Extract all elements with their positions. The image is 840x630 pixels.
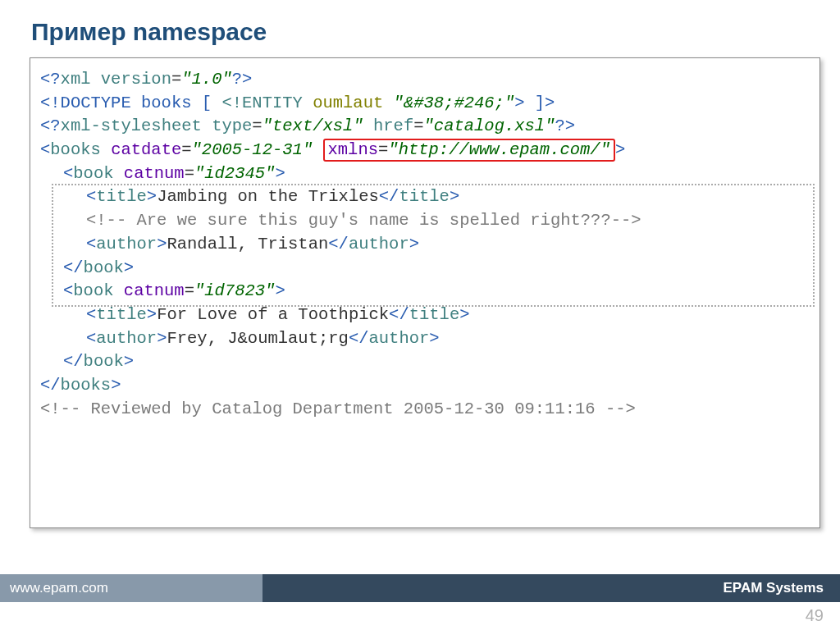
doctype-close: ]> <box>525 94 555 112</box>
xmlns-highlight-box: xmlns="http://www.epam.com/" <box>323 139 615 162</box>
lt: < <box>86 329 96 348</box>
attr-name: catnum <box>114 164 185 183</box>
gt: > <box>459 305 469 324</box>
gt: > <box>429 329 439 348</box>
attr-value: "id7823" <box>194 281 275 300</box>
lt-slash: </ <box>328 235 349 253</box>
tag: title <box>409 305 460 324</box>
lt-slash: </ <box>40 376 61 395</box>
footer-bar: www.epam.com EPAM Systems <box>0 574 840 602</box>
xml-pi-open: <? <box>40 70 61 89</box>
code-line: <title>Jambing on the Trixles</title> <box>40 185 810 209</box>
equals: = <box>413 116 423 135</box>
gt: > <box>124 258 134 277</box>
lt-slash: </ <box>349 329 369 348</box>
lt: < <box>86 305 96 324</box>
gt: > <box>157 329 167 348</box>
slide-title: Пример namespace <box>0 0 840 57</box>
equals: = <box>252 116 262 135</box>
pi-target: xml-stylesheet type <box>61 116 253 135</box>
attr-name: catdate <box>101 140 181 159</box>
tag: title <box>96 187 147 206</box>
gt: > <box>124 352 134 371</box>
attr-name: href <box>363 116 414 135</box>
pi-open: <? <box>40 116 61 135</box>
xml-comment: <!-- Reviewed by Catalog Department 2005… <box>40 399 636 418</box>
code-line: <book catnum="id2345"> <box>40 162 810 186</box>
lt: < <box>63 164 73 183</box>
code-box: <?xml version="1.0"?> <!DOCTYPE books [ … <box>30 57 820 528</box>
code-line: <books catdate="2005-12-31" xmlns="http:… <box>40 139 810 162</box>
text-content: Frey, J&oumlaut;rg <box>167 329 348 348</box>
lt-slash: </ <box>389 305 409 324</box>
gt: > <box>514 94 524 112</box>
gt: > <box>409 235 419 253</box>
footer-company: EPAM Systems <box>262 574 840 602</box>
xml-pi-close: ?> <box>232 70 253 89</box>
attr-value: "1.0" <box>181 70 232 89</box>
gt: > <box>450 187 459 206</box>
code-line: <?xml-stylesheet type="text/xsl" href="c… <box>40 115 810 139</box>
code-line: <!DOCTYPE books [ <!ENTITY oumlaut "&#38… <box>40 92 810 116</box>
gt: > <box>275 281 285 300</box>
tag: author <box>96 329 157 348</box>
code-line: <!-- Are we sure this guy's name is spel… <box>40 209 810 233</box>
attr-name: catnum <box>114 281 185 300</box>
lt: < <box>86 187 96 206</box>
xml-comment: <!-- Are we sure this guy's name is spel… <box>86 211 641 230</box>
page-number: 49 <box>806 606 824 625</box>
gt: > <box>147 187 157 206</box>
attr-name: xmlns <box>328 140 379 159</box>
equals: = <box>185 281 194 300</box>
gt: > <box>615 140 625 159</box>
gt: > <box>147 305 157 324</box>
lt: < <box>63 281 73 300</box>
code-line: <book catnum="id7823"> <box>40 280 810 304</box>
tag: author <box>96 235 157 253</box>
text-content: For Love of a Toothpick <box>157 305 389 324</box>
doctype: <!DOCTYPE books [ <box>40 94 221 112</box>
tag: title <box>399 187 450 206</box>
xml-pi-name: xml version <box>61 70 171 89</box>
gt: > <box>275 164 285 183</box>
code-line: <!-- Reviewed by Catalog Department 2005… <box>40 398 810 422</box>
equals: = <box>181 140 191 159</box>
attr-value: "text/xsl" <box>262 116 363 135</box>
equals: = <box>185 164 194 183</box>
tag: title <box>96 305 147 324</box>
tag: book <box>73 281 113 300</box>
gt: > <box>111 376 121 395</box>
tag: books <box>61 376 112 395</box>
attr-value: "http://www.epam.com/" <box>388 140 610 159</box>
lt-slash: </ <box>63 352 84 371</box>
attr-value: "id2345" <box>194 164 275 183</box>
code-line: </book> <box>40 257 810 281</box>
attr-value: "2005-12-31" <box>192 140 313 159</box>
tag: book <box>73 164 113 183</box>
tag: author <box>349 235 409 253</box>
text-content: Randall, Tristan <box>167 235 328 253</box>
pi-close: ?> <box>555 116 575 135</box>
code-line: <?xml version="1.0"?> <box>40 68 810 92</box>
tag: book <box>84 352 124 371</box>
tag: books <box>50 140 101 159</box>
tag: author <box>368 329 429 348</box>
code-line: <author>Frey, J&oumlaut;rg</author> <box>40 327 810 351</box>
text-content: Jambing on the Trixles <box>157 187 379 206</box>
entity-kw: <!ENTITY <box>221 94 302 112</box>
tag: book <box>84 258 124 277</box>
entity-name: oumlaut <box>303 94 394 112</box>
equals: = <box>378 140 388 159</box>
lt: < <box>40 140 50 159</box>
equals: = <box>171 70 181 89</box>
code-line: <author>Randall, Tristan</author> <box>40 233 810 257</box>
lt-slash: </ <box>63 258 84 277</box>
gt: > <box>157 235 167 253</box>
lt: < <box>86 235 96 253</box>
footer-url: www.epam.com <box>0 574 262 602</box>
space <box>313 140 322 159</box>
entity-value: "&#38;#246;" <box>394 94 515 112</box>
attr-value: "catalog.xsl" <box>424 116 555 135</box>
code-line: <title>For Love of a Toothpick</title> <box>40 304 810 327</box>
code-line: </book> <box>40 350 810 374</box>
